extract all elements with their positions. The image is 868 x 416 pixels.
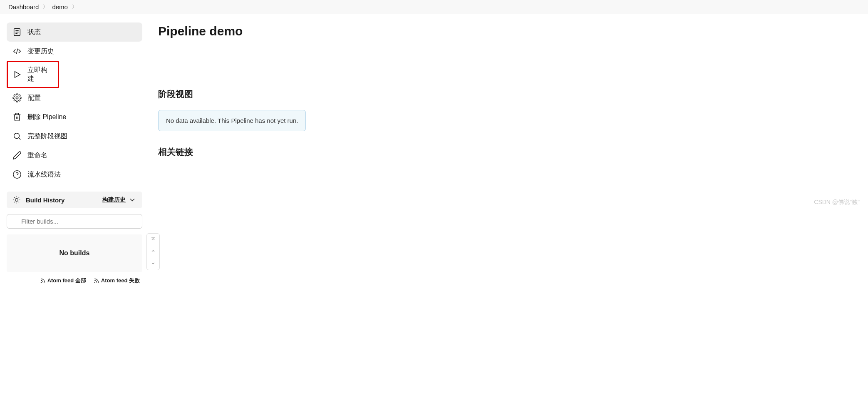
svg-point-23 bbox=[94, 282, 95, 283]
breadcrumb-item-demo[interactable]: demo bbox=[52, 3, 68, 10]
sidebar: 状态 变更历史 立即构建 配置 删除 Pipeline bbox=[0, 14, 146, 289]
svg-line-4 bbox=[16, 49, 18, 54]
pencil-icon bbox=[12, 151, 22, 160]
main-content: Pipeline demo 阶段视图 No data available. Th… bbox=[146, 14, 868, 289]
sidebar-item-label: 状态 bbox=[27, 28, 41, 37]
help-icon bbox=[12, 170, 22, 179]
svg-point-7 bbox=[14, 133, 20, 139]
svg-marker-5 bbox=[15, 72, 20, 78]
svg-line-16 bbox=[14, 197, 15, 198]
atom-feed-all-link[interactable]: Atom feed 全部 bbox=[40, 277, 86, 284]
sidebar-item-label: 完整阶段视图 bbox=[27, 132, 67, 141]
atom-feeds: Atom feed 全部 Atom feed 失败 bbox=[7, 272, 142, 289]
no-data-info-box: No data available. This Pipeline has not… bbox=[158, 110, 306, 131]
sidebar-item-label: 重命名 bbox=[27, 151, 47, 160]
chevron-right-icon: 〉 bbox=[43, 3, 48, 10]
page-title: Pipeline demo bbox=[158, 24, 856, 38]
sidebar-item-rename[interactable]: 重命名 bbox=[7, 146, 142, 165]
search-icon bbox=[12, 132, 22, 141]
document-icon bbox=[12, 27, 22, 37]
rss-icon bbox=[94, 278, 99, 284]
svg-point-9 bbox=[13, 171, 21, 178]
svg-line-19 bbox=[19, 197, 19, 198]
sidebar-item-label: 立即构建 bbox=[27, 66, 53, 83]
sidebar-item-label: 变更历史 bbox=[27, 47, 54, 56]
svg-point-22 bbox=[41, 282, 41, 283]
sidebar-item-changes[interactable]: 变更历史 bbox=[7, 42, 142, 61]
sidebar-item-label: 配置 bbox=[27, 94, 41, 102]
breadcrumb-item-dashboard[interactable]: Dashboard bbox=[8, 3, 39, 10]
svg-line-17 bbox=[19, 202, 19, 202]
svg-point-6 bbox=[16, 97, 18, 99]
sidebar-item-pipeline-syntax[interactable]: 流水线语法 bbox=[7, 165, 142, 184]
sidebar-item-configure[interactable]: 配置 bbox=[7, 88, 142, 107]
scroll-up-button[interactable] bbox=[147, 246, 159, 258]
breadcrumb: Dashboard 〉 demo 〉 bbox=[0, 0, 868, 14]
code-icon bbox=[12, 47, 22, 56]
trend-icon bbox=[12, 196, 21, 204]
trash-icon bbox=[12, 112, 22, 122]
filter-builds-input[interactable] bbox=[7, 214, 142, 229]
sidebar-item-full-stage-view[interactable]: 完整阶段视图 bbox=[7, 127, 142, 146]
build-history-title: Build History bbox=[26, 197, 64, 204]
watermark: CSDN @佛说"独" bbox=[814, 199, 860, 206]
scroll-arrows-panel bbox=[146, 233, 160, 270]
atom-feed-failed-link[interactable]: Atom feed 失败 bbox=[94, 277, 140, 284]
build-history-trend-link[interactable]: 构建历史 bbox=[102, 196, 136, 204]
gear-icon bbox=[12, 93, 22, 102]
play-icon bbox=[12, 70, 22, 79]
scroll-top-button[interactable] bbox=[147, 234, 159, 246]
sidebar-item-build-now[interactable]: 立即构建 bbox=[7, 61, 59, 88]
build-history-header: Build History 构建历史 bbox=[7, 192, 142, 208]
related-links-heading: 相关链接 bbox=[158, 146, 856, 158]
sidebar-item-status[interactable]: 状态 bbox=[7, 22, 142, 42]
svg-line-8 bbox=[19, 138, 20, 139]
svg-point-11 bbox=[15, 199, 18, 202]
sidebar-item-label: 流水线语法 bbox=[27, 170, 61, 179]
stage-view-heading: 阶段视图 bbox=[158, 88, 856, 100]
chevron-down-icon bbox=[128, 196, 136, 204]
chevron-right-icon: 〉 bbox=[72, 3, 77, 10]
sidebar-item-label: 删除 Pipeline bbox=[27, 113, 66, 122]
no-builds-message: No builds bbox=[7, 234, 142, 272]
scroll-down-button[interactable] bbox=[147, 258, 159, 270]
sidebar-item-delete-pipeline[interactable]: 删除 Pipeline bbox=[7, 107, 142, 127]
rss-icon bbox=[40, 278, 46, 284]
svg-line-18 bbox=[14, 202, 15, 202]
